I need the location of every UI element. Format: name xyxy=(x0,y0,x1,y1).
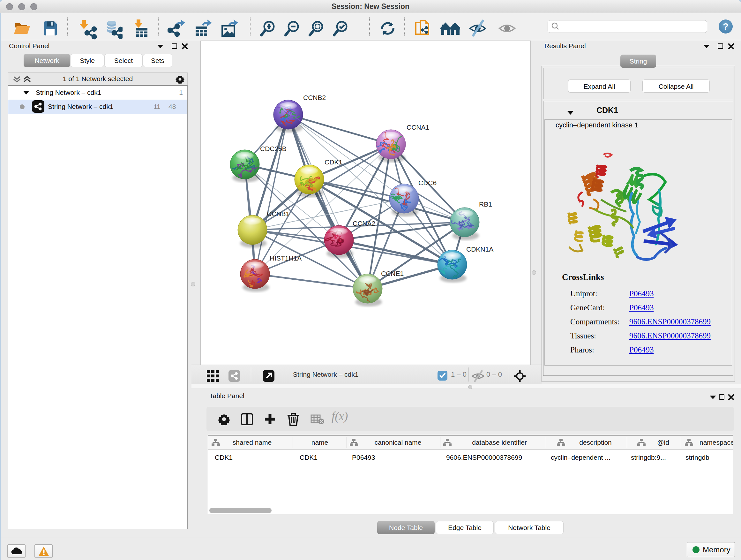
svg-text:CDK1: CDK1 xyxy=(325,159,342,166)
svg-text:CDC25B: CDC25B xyxy=(260,145,286,152)
svg-text:HIST1H1A: HIST1H1A xyxy=(270,254,301,262)
svg-text:CDKN1A: CDKN1A xyxy=(466,246,493,253)
svg-text:CDC6: CDC6 xyxy=(418,179,436,186)
svg-text:CCNB1: CCNB1 xyxy=(267,210,289,217)
svg-text:RB1: RB1 xyxy=(479,200,492,208)
svg-text:CCNE1: CCNE1 xyxy=(381,270,404,277)
svg-text:CCNB2: CCNB2 xyxy=(303,94,326,101)
svg-text:CCNA1: CCNA1 xyxy=(407,124,429,131)
svg-text:CCNA2: CCNA2 xyxy=(353,220,375,227)
